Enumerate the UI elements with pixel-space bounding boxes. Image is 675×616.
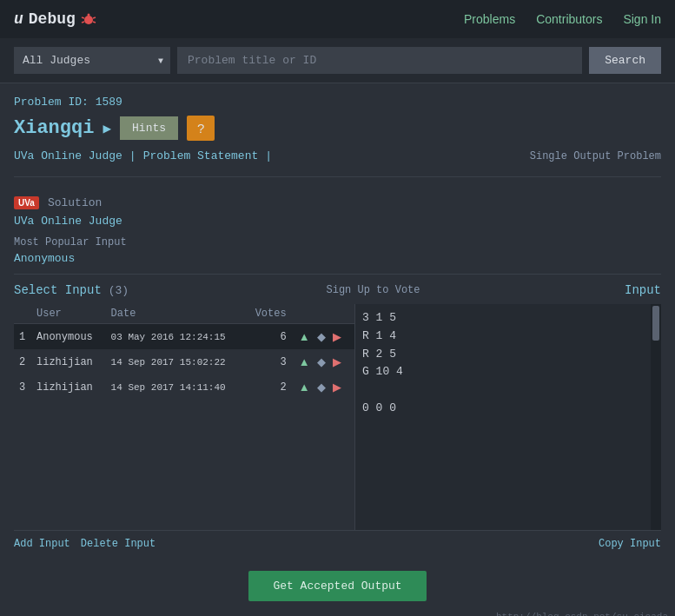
- watermark: http://blog.csdn.net/su_cicada: [0, 612, 675, 616]
- hints-button[interactable]: Hints: [120, 116, 178, 140]
- search-bar: All Judges UVa Online Judge Codeforces S…: [0, 38, 675, 83]
- vote-down-button[interactable]: ▶: [331, 379, 343, 395]
- select-input-label: Select Input: [14, 283, 102, 297]
- add-input-link[interactable]: Add Input: [14, 538, 70, 550]
- vote-neutral-button[interactable]: ◆: [315, 379, 328, 395]
- table-row[interactable]: 2 lizhijian 14 Sep 2017 15:02:22 3 ▲ ◆ ▶: [14, 349, 354, 374]
- solution-judge-link[interactable]: UVa Online Judge: [14, 215, 122, 228]
- nav-signin[interactable]: Sign In: [623, 12, 661, 26]
- input-table: User Date Votes 1 Anonymous 03 May 2016 …: [14, 304, 354, 400]
- nav-links: Problems Contributors Sign In: [464, 12, 661, 26]
- delete-input-link[interactable]: Delete Input: [81, 538, 156, 550]
- bug-icon: [81, 11, 96, 27]
- select-input-title: Select Input (3): [14, 283, 129, 297]
- table-header-row: User Date Votes: [14, 304, 354, 324]
- get-output-section: Get Accepted Output: [0, 557, 675, 612]
- svg-point-6: [87, 14, 89, 17]
- question-button[interactable]: ?: [187, 116, 215, 141]
- judge-select[interactable]: All Judges UVa Online Judge Codeforces S…: [14, 47, 170, 74]
- vote-down-button[interactable]: ▶: [331, 328, 343, 345]
- col-user: User: [31, 304, 106, 324]
- table-row[interactable]: 3 lizhijian 14 Sep 2017 14:11:40 2 ▲ ◆ ▶: [14, 374, 354, 400]
- problem-id: Problem ID: 1589: [14, 96, 661, 109]
- logo-debug: Debug: [29, 10, 76, 28]
- copy-input-button[interactable]: Copy Input: [599, 538, 661, 550]
- row-user: lizhijian: [31, 349, 106, 374]
- problem-title: Xiangqi: [14, 117, 94, 139]
- vote-up-button[interactable]: ▲: [297, 354, 312, 370]
- row-actions: ▲ ◆ ▶: [292, 374, 354, 400]
- nav-problems[interactable]: Problems: [464, 12, 515, 26]
- brand: uDebug: [14, 10, 96, 28]
- solution-header: UVa Solution: [14, 196, 661, 209]
- logo-text: u: [14, 10, 23, 28]
- bottom-bar: Add Input Delete Input Copy Input: [14, 530, 661, 557]
- input-count: (3): [109, 284, 129, 297]
- table-row[interactable]: 1 Anonymous 03 May 2016 12:24:15 6 ▲ ◆ ▶: [14, 324, 354, 350]
- vote-down-button[interactable]: ▶: [331, 354, 343, 370]
- row-date: 14 Sep 2017 14:11:40: [106, 374, 246, 400]
- input-text-display: 3 1 5 R 1 4 R 2 5 G 10 4 0 0 0: [355, 304, 661, 423]
- row-num: 3: [14, 374, 31, 400]
- scrollbar[interactable]: [651, 304, 661, 530]
- link-separator2: |: [265, 149, 272, 162]
- svg-line-4: [82, 22, 84, 23]
- input-section-label: Input: [625, 283, 661, 297]
- col-votes: Votes: [245, 304, 292, 324]
- row-num: 2: [14, 349, 31, 374]
- solution-judge: UVa Online Judge: [14, 215, 661, 228]
- row-actions: ▲ ◆ ▶: [292, 349, 354, 374]
- judge-link[interactable]: UVa Online Judge: [14, 149, 122, 162]
- two-col-layout: User Date Votes 1 Anonymous 03 May 2016 …: [14, 304, 661, 530]
- statement-link[interactable]: Problem Statement: [143, 149, 259, 162]
- vote-up-button[interactable]: ▲: [297, 379, 312, 395]
- row-votes: 2: [245, 374, 292, 400]
- select-input-header: Select Input (3) Sign Up to Vote Input: [14, 283, 661, 297]
- vote-neutral-button[interactable]: ◆: [315, 354, 328, 370]
- row-user: Anonymous: [31, 324, 106, 350]
- svg-line-2: [82, 17, 84, 18]
- solution-section: UVa Solution UVa Online Judge Most Popul…: [14, 188, 661, 275]
- col-actions: [292, 304, 354, 324]
- play-icon[interactable]: ▶: [103, 120, 111, 137]
- bottom-left: Add Input Delete Input: [14, 538, 156, 550]
- svg-line-5: [93, 22, 96, 23]
- sign-up-vote[interactable]: Sign Up to Vote: [327, 284, 420, 296]
- problem-id-value: 1589: [96, 96, 122, 109]
- search-input[interactable]: [177, 47, 582, 74]
- vote-up-button[interactable]: ▲: [297, 328, 312, 345]
- solution-label: Solution: [48, 196, 102, 209]
- problem-title-row: Xiangqi ▶ Hints ?: [14, 116, 661, 141]
- single-output-label: Single Output Problem: [530, 150, 661, 162]
- problem-links: UVa Online Judge | Problem Statement | S…: [14, 149, 661, 162]
- main-content: Problem ID: 1589 Xiangqi ▶ Hints ? UVa O…: [0, 83, 675, 557]
- svg-line-3: [93, 17, 96, 18]
- uva-badge: UVa: [14, 196, 39, 209]
- anonymous-user: Anonymous: [14, 252, 661, 265]
- row-num: 1: [14, 324, 31, 350]
- col-date: Date: [106, 304, 246, 324]
- row-user: lizhijian: [31, 374, 106, 400]
- nav-contributors[interactable]: Contributors: [536, 12, 602, 26]
- most-popular-label: Most Popular Input: [14, 236, 661, 248]
- row-votes: 3: [245, 349, 292, 374]
- scrollbar-thumb: [652, 306, 659, 341]
- select-input-section: Select Input (3) Sign Up to Vote Input U…: [14, 283, 661, 557]
- svg-point-0: [84, 16, 93, 24]
- judge-selector[interactable]: All Judges UVa Online Judge Codeforces S…: [14, 47, 170, 74]
- search-button[interactable]: Search: [589, 47, 661, 74]
- link-separator: |: [129, 149, 136, 162]
- get-accepted-output-button[interactable]: Get Accepted Output: [248, 571, 426, 601]
- vote-neutral-button[interactable]: ◆: [315, 328, 328, 345]
- row-actions: ▲ ◆ ▶: [292, 324, 354, 350]
- row-date: 14 Sep 2017 15:02:22: [106, 349, 246, 374]
- row-date: 03 May 2016 12:24:15: [106, 324, 246, 350]
- col-num: [14, 304, 31, 324]
- problem-id-label: Problem ID:: [14, 96, 89, 109]
- divider1: [14, 176, 661, 177]
- row-votes: 6: [245, 324, 292, 350]
- navbar: uDebug Problems Contributors Sign In: [0, 0, 675, 38]
- left-col: User Date Votes 1 Anonymous 03 May 2016 …: [14, 304, 354, 530]
- right-col: 3 1 5 R 1 4 R 2 5 G 10 4 0 0 0: [354, 304, 661, 530]
